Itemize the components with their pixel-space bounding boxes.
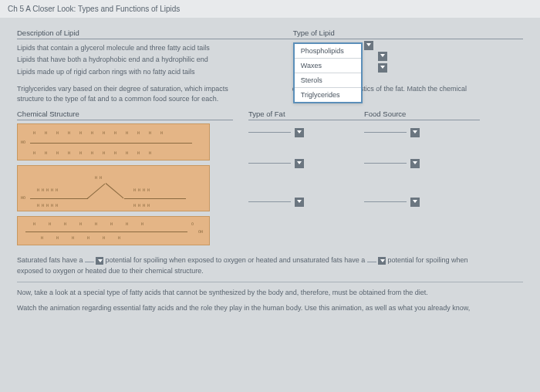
closing-2: Watch the animation regarding essential … [17, 302, 523, 313]
food-dropdown-1[interactable] [410, 128, 420, 137]
fill-1a: Saturated fats have a [17, 256, 83, 264]
divider [17, 282, 523, 282]
fat-dropdown-2[interactable] [295, 159, 304, 168]
closing-1: Now, take a look at a special type of fa… [17, 287, 523, 298]
heading-fat: Type of Fat [248, 110, 364, 120]
dropdown-option-waxes[interactable]: Waxes [295, 59, 361, 73]
chem-structure-3: HHHHHHHH HHHHHH OH O [17, 216, 210, 245]
food-dropdown-3[interactable] [410, 198, 420, 207]
food-dropdown-2[interactable] [410, 159, 420, 168]
type-dropdown-trigger-3[interactable] [378, 63, 387, 73]
heading-food: Food Source [364, 110, 480, 120]
lipid-desc-2: Lipids that have both a hydrophobic end … [17, 54, 293, 66]
chapter-title-bar: Ch 5 A Closer Look: Types and Functions … [0, 0, 540, 18]
heading-chemical: Chemical Structure [17, 110, 233, 120]
chem-structure-1: HO HHHHHHHHHHHH HHHHHHHHHHH [17, 123, 210, 161]
heading-type: Type of Lipid [293, 29, 523, 39]
para1-a: Triglycerides vary based on their degree… [17, 85, 228, 93]
main-content: Description of Lipid Lipids that contain… [0, 18, 540, 321]
chapter-title: Ch 5 A Closer Look: Types and Functions … [8, 5, 180, 13]
fat-dropdown-1[interactable] [295, 128, 304, 137]
dropdown-option-phospholipids[interactable]: Phospholipids [295, 44, 361, 59]
dropdown-option-sterols[interactable]: Sterols [295, 73, 361, 88]
type-dropdown-trigger-2[interactable] [378, 52, 387, 61]
type-dropdown-menu[interactable]: Phospholipids Waxes Sterols Triglyceride… [293, 42, 363, 103]
fill-1c: potential for spoiling when [387, 256, 467, 264]
lipid-desc-1: Lipids that contain a glycerol molecule … [17, 42, 293, 54]
sat-dropdown-1[interactable] [96, 257, 103, 265]
fill-1b: potential for spoiling when exposed to o… [106, 256, 366, 264]
heading-description: Description of Lipid [17, 29, 293, 39]
lipid-desc-3: Lipids made up of rigid carbon rings wit… [17, 66, 293, 78]
para1-c: structure to the type of fat and to a co… [17, 95, 218, 103]
sat-dropdown-2[interactable] [378, 257, 386, 265]
type-dropdown-trigger-1[interactable] [364, 41, 373, 50]
fat-dropdown-3[interactable] [295, 198, 304, 207]
fill-2: exposed to oxygen or heated due to their… [17, 267, 204, 275]
chem-structure-2: HO H H H H H H H H H H H H H H H H H H H… [17, 165, 210, 211]
dropdown-option-triglycerides[interactable]: Triglycerides [295, 88, 361, 102]
